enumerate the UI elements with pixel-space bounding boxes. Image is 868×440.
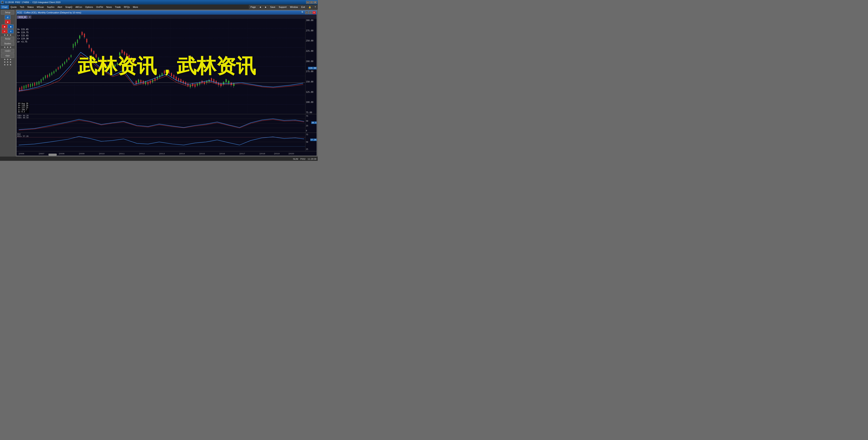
chart-tabs: KCE_M ▼ bbox=[17, 14, 317, 19]
list-button[interactable]: <list> bbox=[1, 54, 14, 58]
stoch-0: 0 bbox=[306, 130, 316, 132]
svg-rect-45 bbox=[54, 71, 54, 73]
svg-rect-93 bbox=[107, 65, 108, 68]
svg-rect-91 bbox=[105, 64, 106, 66]
svg-text:|2006: |2006 bbox=[19, 153, 24, 155]
menu-rfqs[interactable]: RFQs bbox=[122, 5, 131, 9]
intd-button[interactable]: <IntD> bbox=[1, 49, 14, 53]
menu-trade[interactable]: Trade bbox=[114, 5, 122, 9]
help-button[interactable]: ? bbox=[313, 5, 317, 9]
svg-rect-75 bbox=[86, 39, 87, 42]
chart-maximize-button[interactable]: □ bbox=[309, 11, 312, 14]
save-button[interactable]: Save bbox=[269, 5, 277, 9]
menu-ts[interactable]: T&S bbox=[18, 5, 26, 9]
studies-button[interactable]: Studies bbox=[1, 41, 14, 45]
svg-rect-69 bbox=[79, 35, 80, 38]
menu-chart[interactable]: Chart bbox=[0, 5, 9, 9]
menu-ordtkt[interactable]: OrdTkt bbox=[95, 5, 104, 9]
menu-status[interactable]: Status bbox=[26, 5, 35, 9]
record-icon[interactable]: ■ bbox=[5, 20, 10, 24]
svg-rect-81 bbox=[93, 51, 94, 54]
svg-text:|2008: |2008 bbox=[59, 153, 64, 155]
ohlc-low: L= 115.65 bbox=[17, 34, 28, 37]
title-bar: ⬛ 11:28:08 P002 174856 - CQG Integrated … bbox=[0, 0, 318, 4]
svg-rect-147 bbox=[171, 73, 172, 76]
svg-rect-101 bbox=[117, 63, 118, 65]
svg-rect-31 bbox=[38, 81, 39, 84]
title-bar-controls[interactable]: — □ ✕ bbox=[306, 1, 317, 4]
dot-4 bbox=[4, 46, 5, 48]
svg-rect-197 bbox=[230, 83, 232, 85]
color-btn-blue-1[interactable]: ■ bbox=[8, 25, 13, 29]
print-icon[interactable]: 🖨 bbox=[5, 15, 10, 19]
svg-rect-59 bbox=[68, 58, 69, 60]
svg-rect-117 bbox=[136, 81, 137, 84]
close-button[interactable]: ✕ bbox=[313, 1, 317, 4]
color-btn-blue-2[interactable]: ✕ bbox=[8, 29, 13, 33]
svg-rect-49 bbox=[58, 67, 59, 69]
chart-container: KCE - Coffee (ICE), Monthly Continuation… bbox=[16, 9, 318, 157]
window-button[interactable]: Window bbox=[288, 5, 299, 9]
menu-supsrv[interactable]: SupSrv bbox=[45, 5, 56, 9]
menu-options[interactable]: Options bbox=[84, 5, 94, 9]
scrollbar-thumb[interactable] bbox=[49, 154, 57, 156]
dot-row-1 bbox=[4, 34, 11, 36]
svg-rect-199 bbox=[233, 83, 235, 86]
svg-rect-99 bbox=[115, 65, 116, 67]
menu-alert[interactable]: Alert bbox=[56, 5, 64, 9]
search-icon: 🔍 bbox=[301, 11, 304, 14]
exit-button[interactable]: Exit bbox=[300, 5, 307, 9]
color-btn-red-1[interactable]: ■ bbox=[2, 25, 7, 29]
svg-text:|2018: |2018 bbox=[259, 153, 265, 155]
price-scale: 300.00 275.00 250.00 225.00 200.00 175.0… bbox=[305, 19, 317, 114]
svg-rect-105 bbox=[122, 50, 123, 53]
price-100: 100.00 bbox=[306, 101, 316, 103]
time-axis-svg: |2006 |2007 |2008 |2009 |2010 |2011 |201… bbox=[17, 151, 305, 156]
svg-rect-51 bbox=[60, 66, 61, 68]
num-lock-indicator: NUM bbox=[293, 158, 298, 160]
chart-body[interactable]: O= 115.65 H= 119.75 L= 115.65 C= 119.30 … bbox=[17, 19, 317, 114]
menu-snapq[interactable]: SnapQ bbox=[64, 5, 74, 9]
resd-button[interactable]: ReSd bbox=[1, 37, 14, 41]
prev-page-button[interactable]: ◄ bbox=[258, 5, 263, 9]
svg-rect-195 bbox=[228, 81, 229, 83]
ohlc-close: C= 119.30 bbox=[17, 37, 28, 40]
price-250: 250.00 bbox=[306, 40, 316, 42]
svg-text:|2020: |2020 bbox=[288, 153, 294, 155]
svg-rect-109 bbox=[126, 54, 127, 57]
support-button[interactable]: Support bbox=[277, 5, 288, 9]
svg-rect-119 bbox=[138, 80, 139, 83]
svg-rect-15 bbox=[22, 86, 22, 90]
minimize-button[interactable]: — bbox=[306, 1, 309, 4]
svg-text:|2011: |2011 bbox=[119, 153, 125, 155]
svg-rect-43 bbox=[51, 72, 52, 75]
dot-15 bbox=[10, 64, 11, 65]
menu-news[interactable]: News bbox=[105, 5, 114, 9]
svg-rect-129 bbox=[150, 81, 151, 83]
dot-8 bbox=[7, 59, 8, 60]
svg-text:|2016: |2016 bbox=[219, 153, 225, 155]
page-button[interactable]: Page bbox=[249, 5, 257, 9]
maximize-button[interactable]: □ bbox=[310, 1, 313, 4]
svg-rect-73 bbox=[84, 34, 85, 37]
menu-quote[interactable]: Quote bbox=[9, 5, 18, 9]
lock-button[interactable]: 🔒 bbox=[307, 5, 313, 9]
menu-allcon[interactable]: AllCon bbox=[74, 5, 84, 9]
dot-2 bbox=[7, 34, 8, 36]
menu-more[interactable]: More bbox=[131, 5, 140, 9]
svg-rect-115 bbox=[133, 60, 134, 63]
chart-tab-arrow[interactable]: ▼ bbox=[28, 15, 31, 19]
svg-text:|2007: |2007 bbox=[39, 153, 44, 155]
dot-1 bbox=[4, 34, 5, 36]
chart-title-controls[interactable]: 🔍 — □ ✕ bbox=[301, 11, 316, 14]
current-price-badge: 119.30 bbox=[308, 67, 317, 69]
rsi-panel: RSI RSI= 57.26 75 50 25 57 bbox=[17, 133, 317, 151]
next-page-button[interactable]: ► bbox=[263, 5, 268, 9]
setup-button[interactable]: Setup bbox=[1, 10, 14, 14]
sidebar: Setup 🖨 ■ ■ ■ ✕ ✕ ReSd Studies <I bbox=[0, 9, 16, 157]
chart-close-button[interactable]: ✕ bbox=[312, 11, 316, 14]
color-btn-red-2[interactable]: ✕ bbox=[2, 29, 7, 33]
chart-tab-kce[interactable]: KCE_M bbox=[17, 15, 28, 19]
menu-mscan[interactable]: MScan bbox=[35, 5, 45, 9]
chart-minimize-button[interactable]: — bbox=[305, 11, 308, 14]
